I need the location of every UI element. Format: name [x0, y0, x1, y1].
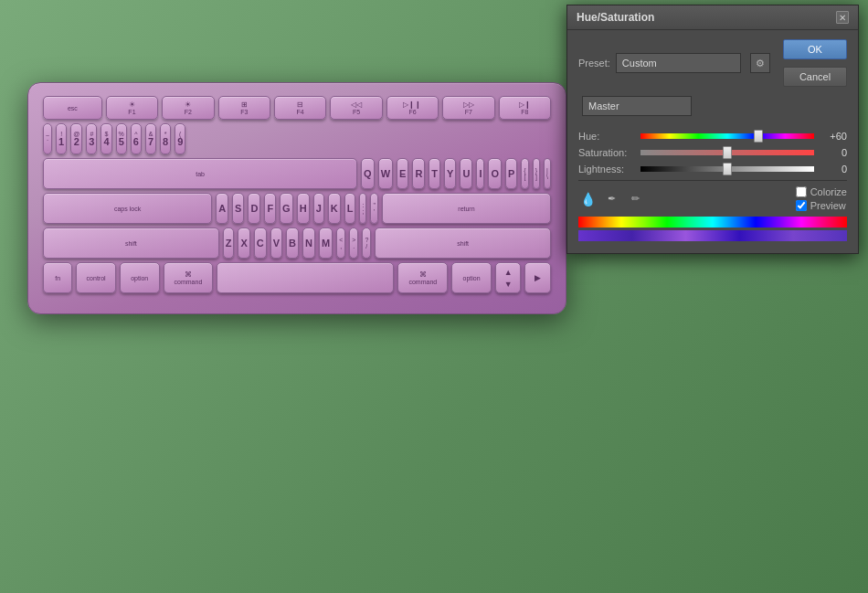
key-5[interactable]: %5 — [116, 123, 127, 154]
hue-thumb[interactable] — [754, 130, 763, 143]
key-f[interactable]: F — [264, 193, 276, 224]
key-backtick[interactable]: ~` — [43, 123, 52, 154]
result-color-bar — [578, 230, 847, 241]
key-roption[interactable]: option — [451, 262, 492, 293]
key-semicolon[interactable]: :; — [359, 193, 366, 224]
key-7[interactable]: &7 — [145, 123, 156, 154]
key-backslash[interactable]: |\ — [544, 158, 551, 189]
key-q[interactable]: Q — [361, 158, 375, 189]
colorize-checkbox[interactable] — [796, 186, 807, 197]
hue-label: Hue: — [578, 131, 640, 142]
lightness-label: Lightness: — [578, 164, 640, 175]
key-period[interactable]: >. — [349, 228, 358, 259]
ok-button[interactable]: OK — [783, 39, 847, 59]
key-rbracket[interactable]: }] — [533, 158, 540, 189]
key-o[interactable]: O — [488, 158, 502, 189]
hue-track — [640, 133, 814, 139]
key-space[interactable] — [217, 262, 394, 293]
key-f2[interactable]: ☀F2 — [162, 96, 214, 120]
key-n[interactable]: N — [302, 228, 315, 259]
key-m[interactable]: M — [319, 228, 333, 259]
tools-section: 💧 ✒ ✏ — [578, 190, 644, 208]
qwerty-row: tab Q W E R T Y U I O P {[ }] |\ — [43, 158, 551, 189]
key-lcommand[interactable]: ⌘command — [164, 262, 214, 293]
key-rshift[interactable]: shift — [375, 228, 551, 259]
key-3[interactable]: #3 — [86, 123, 97, 154]
sat-thumb[interactable] — [723, 146, 732, 159]
preset-select[interactable]: Custom — [616, 53, 741, 73]
key-9[interactable]: (9 — [175, 123, 185, 154]
key-control[interactable]: control — [76, 262, 116, 293]
key-slash[interactable]: ?/ — [362, 228, 371, 259]
key-f8[interactable]: ▷❙F8 — [499, 96, 551, 120]
key-esc[interactable]: esc — [43, 96, 102, 120]
key-loption[interactable]: option — [120, 262, 160, 293]
key-f7[interactable]: ▷▷F7 — [442, 96, 494, 120]
key-i[interactable]: I — [476, 158, 484, 189]
channel-select[interactable]: Master Reds Yellows Greens Cyans Blues M… — [582, 96, 692, 116]
key-quote[interactable]: "' — [370, 193, 378, 224]
colorize-label: Colorize — [810, 186, 847, 197]
key-c[interactable]: C — [254, 228, 267, 259]
dropper-icon[interactable]: 💧 — [578, 190, 597, 208]
key-1[interactable]: !1 — [56, 123, 67, 154]
key-k[interactable]: K — [328, 193, 341, 224]
canvas-area: esc ☀F1 ☀F2 ⊞F3 ⊟F4 ◁◁F5 ▷❙❙F6 ▷▷F7 ▷❙F8… — [0, 0, 868, 593]
colorize-row: Colorize — [796, 186, 847, 197]
key-rcommand[interactable]: ⌘command — [397, 262, 448, 293]
key-p[interactable]: P — [505, 158, 517, 189]
key-a[interactable]: A — [216, 193, 228, 224]
key-y[interactable]: Y — [444, 158, 456, 189]
key-comma[interactable]: <, — [336, 228, 345, 259]
key-l[interactable]: L — [344, 193, 356, 224]
saturation-label: Saturation: — [578, 147, 640, 158]
key-t[interactable]: T — [429, 158, 440, 189]
saturation-row: Saturation: 0 — [578, 147, 847, 158]
key-u[interactable]: U — [460, 158, 472, 189]
key-j[interactable]: J — [313, 193, 324, 224]
key-w[interactable]: W — [378, 158, 393, 189]
key-h[interactable]: H — [297, 193, 310, 224]
divider — [578, 180, 847, 181]
preview-label: Preview — [810, 200, 846, 211]
key-f5[interactable]: ◁◁F5 — [330, 96, 382, 120]
key-fn[interactable]: fn — [43, 262, 72, 293]
key-capslock[interactable]: caps lock — [43, 193, 212, 224]
key-lbracket[interactable]: {[ — [521, 158, 528, 189]
gear-button[interactable]: ⚙ — [750, 53, 770, 73]
key-e[interactable]: E — [397, 158, 408, 189]
key-r[interactable]: R — [412, 158, 425, 189]
key-f6[interactable]: ▷❙❙F6 — [386, 96, 439, 120]
key-d[interactable]: D — [248, 193, 260, 224]
preview-checkbox[interactable] — [796, 200, 807, 211]
key-right-arrow[interactable]: ▶ — [524, 262, 551, 293]
dialog-title: Hue/Saturation — [577, 11, 654, 24]
cancel-button[interactable]: Cancel — [783, 67, 847, 87]
eyedropper-minus-icon[interactable]: ✏ — [626, 190, 644, 208]
key-z[interactable]: Z — [223, 228, 235, 259]
hue-saturation-dialog: Hue/Saturation ✕ Preset: Custom ⚙ OK Can… — [566, 5, 859, 254]
key-f1[interactable]: ☀F1 — [106, 96, 158, 120]
key-f4[interactable]: ⊟F4 — [274, 96, 326, 120]
light-thumb[interactable] — [723, 163, 732, 175]
hue-value: +60 — [820, 131, 847, 142]
key-v[interactable]: V — [270, 228, 282, 259]
key-lshift[interactable]: shift — [43, 228, 219, 259]
bottom-row: fn control option ⌘command ⌘command opti… — [43, 262, 551, 293]
dialog-close-button[interactable]: ✕ — [836, 11, 849, 24]
key-6[interactable]: ^6 — [131, 123, 142, 154]
key-4[interactable]: $4 — [101, 123, 111, 154]
key-up-arrow[interactable]: ▲ ▼ — [495, 262, 522, 293]
hue-slider-container — [640, 133, 814, 139]
key-s[interactable]: S — [232, 193, 244, 224]
key-8[interactable]: *8 — [160, 123, 171, 154]
key-tab[interactable]: tab — [43, 158, 357, 189]
key-g[interactable]: G — [280, 193, 293, 224]
key-f3[interactable]: ⊞F3 — [218, 96, 270, 120]
key-2[interactable]: @2 — [70, 123, 82, 154]
key-x[interactable]: X — [238, 228, 249, 259]
key-return[interactable]: return — [382, 193, 551, 224]
key-b[interactable]: B — [286, 228, 299, 259]
eyedropper-plus-icon[interactable]: ✒ — [602, 190, 620, 208]
saturation-value: 0 — [820, 147, 847, 158]
